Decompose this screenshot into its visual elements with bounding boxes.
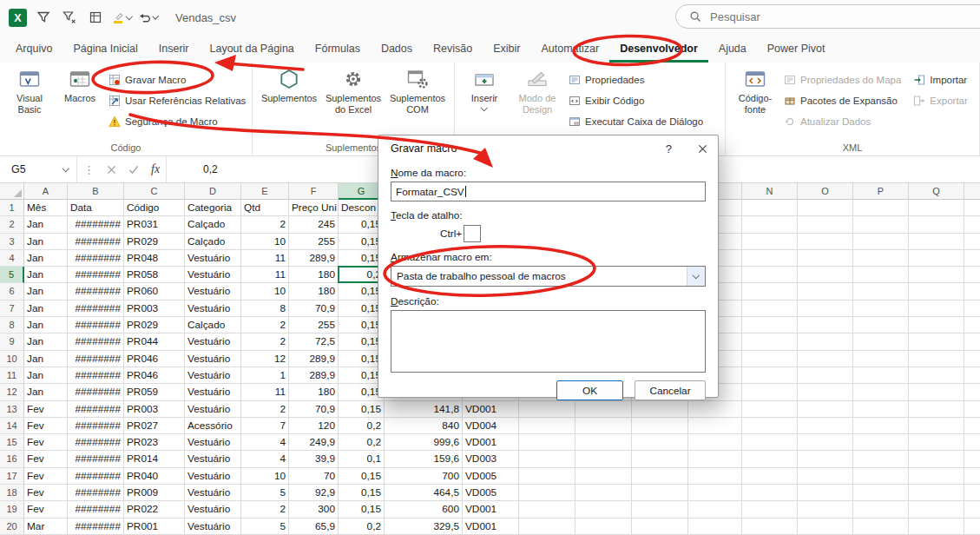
cell-F9[interactable]: 72,5 [289, 334, 339, 350]
column-header-A[interactable]: A [24, 183, 68, 200]
cell-D20[interactable]: Vestuário [185, 518, 241, 535]
cell-C15[interactable]: PR023 [124, 434, 185, 451]
cell-F1[interactable]: Preço Uni [289, 200, 339, 216]
cell-F16[interactable]: 39,9 [289, 451, 339, 467]
cell-E18[interactable]: 5 [241, 485, 289, 501]
cell-C10[interactable]: PR046 [124, 351, 185, 367]
cell-N12[interactable] [742, 384, 798, 400]
cell-R16[interactable] [964, 451, 980, 467]
cell-F8[interactable]: 255 [289, 317, 339, 334]
cell-N14[interactable] [742, 418, 798, 434]
cell-A20[interactable]: Mar [24, 518, 68, 535]
cell-H19[interactable]: 600 [385, 501, 463, 518]
cell-E15[interactable]: 4 [241, 434, 289, 451]
cell-E4[interactable]: 11 [241, 250, 289, 267]
dialog-titlebar[interactable]: Gravar macro ? [378, 135, 718, 162]
cell-O5[interactable] [798, 267, 853, 283]
column-header-C[interactable]: C [124, 183, 185, 200]
undo-dropdown-icon[interactable] [152, 13, 159, 20]
cell-Q14[interactable] [909, 418, 964, 434]
highlight-color-icon[interactable] [111, 7, 132, 28]
dropdown-arrow[interactable] [687, 267, 705, 286]
cell-R1[interactable] [964, 200, 980, 216]
cell-H14[interactable]: 840 [385, 418, 463, 434]
cell-D14[interactable]: Acessório [185, 418, 241, 434]
cell-A7[interactable]: Jan [24, 301, 68, 317]
cell-H15[interactable]: 999,6 [385, 434, 463, 451]
clear-filter-icon[interactable] [59, 7, 80, 28]
cell-K14[interactable] [576, 418, 632, 434]
cell-E2[interactable]: 2 [241, 216, 289, 233]
executar-caixa-button[interactable]: Executar Caixa de Diálogo [569, 115, 703, 129]
cell-P5[interactable] [853, 267, 909, 283]
cell-D2[interactable]: Calçado [185, 216, 241, 233]
importar-button[interactable]: Importar [913, 73, 967, 87]
cell-K20[interactable] [576, 518, 632, 535]
select-all-corner[interactable] [0, 183, 24, 200]
cell-D3[interactable]: Calçado [185, 234, 241, 250]
cell-L13[interactable] [632, 401, 688, 418]
cell-A6[interactable]: Jan [24, 283, 68, 300]
cell-E6[interactable]: 10 [241, 283, 289, 300]
cell-R11[interactable] [964, 367, 980, 384]
cell-P19[interactable] [853, 501, 909, 518]
cell-E13[interactable]: 2 [241, 401, 289, 418]
tab-desenvolvedor[interactable]: Desenvolvedor [609, 35, 708, 63]
cell-B2[interactable]: ######## [68, 216, 124, 233]
cell-R14[interactable] [964, 418, 980, 434]
cell-Q2[interactable] [909, 216, 964, 233]
cell-D13[interactable]: Vestuário [185, 401, 241, 418]
tab-arquivo[interactable]: Arquivo [5, 35, 62, 63]
cell-D12[interactable]: Vestuário [185, 384, 241, 400]
cell-F14[interactable]: 120 [289, 418, 339, 434]
exportar-button[interactable]: Exportar [913, 94, 967, 108]
macro-name-input[interactable]: Formatar_CSV [391, 182, 706, 201]
cell-B15[interactable]: ######## [68, 434, 124, 451]
cell-G13[interactable]: 0,15 [339, 401, 385, 418]
cell-B4[interactable]: ######## [68, 250, 124, 267]
cell-O3[interactable] [798, 234, 853, 250]
cell-P1[interactable] [853, 200, 909, 216]
cell-M16[interactable] [688, 451, 742, 467]
cell-E10[interactable]: 12 [241, 351, 289, 367]
cell-Q15[interactable] [909, 434, 964, 451]
inserir-button[interactable]: Inserir [459, 65, 510, 109]
cell-N15[interactable] [742, 434, 798, 451]
cell-H18[interactable]: 464,5 [385, 485, 463, 501]
cell-J18[interactable] [519, 485, 576, 501]
macros-button[interactable]: Macros [55, 65, 105, 104]
highlight-dropdown-icon[interactable] [126, 13, 133, 20]
cell-F20[interactable]: 65,9 [289, 518, 339, 535]
cell-R4[interactable] [964, 250, 980, 267]
cell-F12[interactable]: 180 [289, 384, 339, 400]
cell-E14[interactable]: 7 [241, 418, 289, 434]
cell-C13[interactable]: PR003 [124, 401, 185, 418]
cell-O8[interactable] [798, 317, 853, 334]
cell-N8[interactable] [742, 317, 798, 334]
row-header-20[interactable]: 20 [0, 518, 24, 535]
row-header-14[interactable]: 14 [0, 418, 24, 434]
cell-B6[interactable]: ######## [68, 283, 124, 300]
column-header-B[interactable]: B [68, 183, 124, 200]
cell-C4[interactable]: PR048 [124, 250, 185, 267]
shortcut-key-input[interactable] [464, 225, 481, 242]
formula-bar-handle-icon[interactable]: ⋮ [83, 163, 95, 176]
cell-J15[interactable] [519, 434, 576, 451]
cell-L18[interactable] [632, 485, 688, 501]
cell-I20[interactable]: VD001 [463, 518, 519, 535]
cell-O16[interactable] [798, 451, 853, 467]
cell-R3[interactable] [964, 234, 980, 250]
cell-C12[interactable]: PR059 [124, 384, 185, 400]
cell-N9[interactable] [742, 334, 798, 350]
cell-B11[interactable]: ######## [68, 367, 124, 384]
name-box[interactable]: G5 [0, 156, 76, 182]
cell-B1[interactable]: Data [68, 200, 124, 216]
propriedades-button[interactable]: Propriedades [569, 73, 703, 87]
dialog-help-button[interactable]: ? [666, 142, 672, 155]
cell-N16[interactable] [742, 451, 798, 467]
cell-A5[interactable]: Jan [24, 267, 68, 283]
cell-G17[interactable]: 0,15 [339, 468, 385, 485]
cell-O20[interactable] [798, 518, 853, 535]
cell-E8[interactable]: 2 [241, 317, 289, 334]
cancel-button[interactable]: Cancelar [635, 380, 706, 400]
